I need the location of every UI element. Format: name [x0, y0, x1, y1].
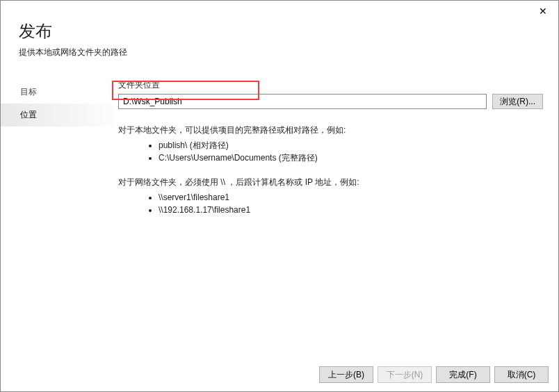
close-button[interactable]: ✕ [535, 5, 551, 17]
dialog-subtitle: 提供本地或网络文件夹的路径 [19, 47, 540, 58]
help-local-item: C:\Users\Username\Documents (完整路径) [159, 152, 543, 164]
folder-location-input[interactable] [118, 94, 487, 109]
dialog-title: 发布 [19, 20, 540, 42]
help-local-desc: 对于本地文件夹，可以提供项目的完整路径或相对路径，例如: [118, 124, 543, 136]
dialog-header: 发布 提供本地或网络文件夹的路径 [1, 1, 558, 70]
nav-item-location[interactable]: 位置 [1, 104, 114, 126]
help-network-desc: 对于网络文件夹，必须使用 \\ ，后跟计算机名称或 IP 地址，例如: [118, 177, 543, 188]
help-network-block: 对于网络文件夹，必须使用 \\ ，后跟计算机名称或 IP 地址，例如: \\se… [118, 177, 543, 216]
help-local-item: publish\ (相对路径) [159, 139, 543, 152]
help-text: 对于本地文件夹，可以提供项目的完整路径或相对路径，例如: publish\ (相… [118, 124, 543, 216]
content-pane: 文件夹位置 浏览(R)... 对于本地文件夹，可以提供项目的完整路径或相对路径，… [114, 70, 558, 359]
next-button: 下一步(N) [378, 366, 432, 383]
publish-dialog: ✕ 发布 提供本地或网络文件夹的路径 目标 位置 文件夹位置 浏览(R)... … [0, 0, 559, 392]
help-local-block: 对于本地文件夹，可以提供项目的完整路径或相对路径，例如: publish\ (相… [118, 124, 543, 164]
folder-location-label: 文件夹位置 [118, 79, 543, 91]
nav-sidebar: 目标 位置 [1, 70, 114, 359]
help-network-item: \\192.168.1.17\fileshare1 [159, 204, 543, 216]
help-local-list: publish\ (相对路径) C:\Users\Username\Docume… [118, 139, 543, 164]
dialog-body: 目标 位置 文件夹位置 浏览(R)... 对于本地文件夹，可以提供项目的完整路径… [1, 70, 558, 359]
help-network-item: \\server1\fileshare1 [159, 191, 543, 204]
folder-location-row: 浏览(R)... [118, 94, 543, 109]
nav-item-target[interactable]: 目标 [1, 81, 114, 104]
dialog-footer: 上一步(B) 下一步(N) 完成(F) 取消(C) [1, 359, 558, 391]
finish-button[interactable]: 完成(F) [436, 366, 490, 383]
cancel-button[interactable]: 取消(C) [494, 366, 549, 383]
help-network-list: \\server1\fileshare1 \\192.168.1.17\file… [118, 191, 543, 216]
back-button[interactable]: 上一步(B) [319, 366, 373, 383]
browse-button[interactable]: 浏览(R)... [492, 94, 543, 109]
